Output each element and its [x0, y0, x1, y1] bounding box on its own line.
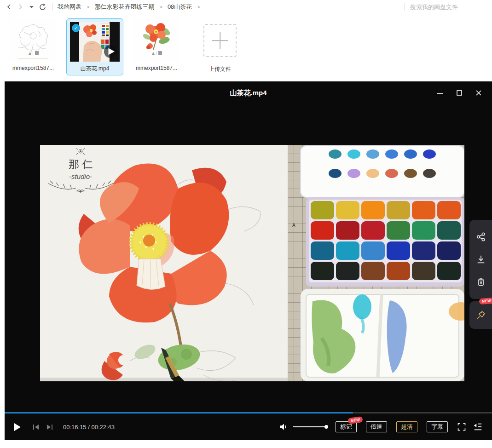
volume-button[interactable]: [279, 423, 289, 431]
netdisk-app-window: 我的网盘 > 那仁水彩花卉团练三期 > 08山茶花 >: [0, 0, 492, 448]
chevron-left-icon: [6, 4, 12, 10]
breadcrumb-separator: >: [159, 4, 162, 10]
file-item-video-selected[interactable]: ✓ 山茶花.mp4: [66, 18, 123, 75]
top-toolbar: 我的网盘 > 那仁水彩花卉团练三期 > 08山茶花 >: [0, 0, 492, 14]
delete-button[interactable]: [475, 276, 486, 287]
fullscreen-icon: [457, 422, 466, 431]
player-controls: 00:16:15 / 00:22:43 标记 NEW 倍速: [5, 414, 492, 440]
volume-slider-handle[interactable]: [324, 425, 328, 429]
file-name: 山茶花.mp4: [81, 65, 110, 73]
svg-text:-studio-: -studio-: [69, 172, 92, 180]
mark-new-badge: NEW: [347, 416, 363, 424]
quality-button[interactable]: 超清: [396, 421, 417, 432]
toolbar-divider: [52, 3, 53, 11]
minimize-button[interactable]: [434, 87, 446, 98]
previous-button[interactable]: [33, 424, 40, 430]
pin-icon: [476, 310, 486, 320]
video-player-window: 山茶花.mp4: [5, 81, 492, 440]
volume-icon: [279, 423, 289, 431]
breadcrumb-root[interactable]: 我的网盘: [58, 3, 81, 11]
back-button[interactable]: [4, 1, 15, 12]
mixing-tray: [301, 289, 464, 381]
time-display: 00:16:15 / 00:22:43: [63, 424, 115, 431]
subtitle-label: 字幕: [431, 423, 443, 430]
upload-file-button[interactable]: 上传文件: [192, 18, 248, 73]
quality-label: 超清: [401, 423, 413, 430]
caret-down-icon: [29, 5, 34, 9]
breadcrumb-separator: >: [87, 4, 89, 10]
playlist-button[interactable]: [473, 422, 483, 432]
close-icon: [475, 90, 482, 96]
sketch-thumbnail-image: [10, 18, 56, 61]
file-grid: mmexport1587...: [6, 18, 248, 75]
file-name: mmexport1587...: [12, 65, 54, 71]
pin-button[interactable]: [475, 310, 486, 321]
refresh-button[interactable]: [37, 1, 48, 12]
painting-thumbnail-image: [133, 18, 179, 61]
download-icon: [476, 254, 486, 264]
history-dropdown[interactable]: [26, 1, 37, 12]
speed-button[interactable]: 倍速: [366, 421, 387, 432]
maximize-button[interactable]: [453, 87, 465, 98]
speed-label: 倍速: [370, 423, 382, 430]
svg-text:那 仁: 那 仁: [69, 158, 93, 170]
play-button[interactable]: [14, 423, 21, 431]
player-title: 山茶花.mp4: [5, 81, 492, 104]
pin-tool-panel: NEW: [469, 301, 492, 329]
palette-lid: [301, 146, 464, 197]
mark-button[interactable]: 标记 NEW: [336, 421, 357, 432]
trash-icon: [476, 277, 486, 287]
breadcrumb: 我的网盘 > 那仁水彩花卉团练三期 > 08山茶花 >: [58, 3, 205, 11]
window-controls: [434, 87, 485, 98]
previous-icon: [33, 424, 40, 430]
breadcrumb-current[interactable]: 08山茶花: [168, 3, 192, 11]
file-item-sketch-image[interactable]: mmexport1587...: [6, 18, 61, 71]
playlist-icon: [473, 422, 483, 432]
share-button[interactable]: [475, 231, 486, 242]
close-button[interactable]: [473, 87, 485, 98]
minimize-icon: [437, 90, 443, 96]
chevron-right-icon: [17, 4, 23, 10]
next-button[interactable]: [46, 424, 53, 430]
paint-palette: [306, 197, 464, 287]
forward-button[interactable]: [15, 1, 26, 12]
breadcrumb-separator: >: [197, 4, 200, 10]
search-box: [399, 3, 492, 11]
paper-mark: A: [292, 223, 295, 228]
file-item-color-image[interactable]: mmexport1587...: [129, 18, 184, 71]
video-canvas[interactable]: 那 仁 -studio-: [40, 145, 464, 381]
search-divider: [404, 3, 405, 11]
volume-control: [279, 423, 326, 431]
upload-label: 上传文件: [209, 65, 231, 73]
next-icon: [46, 424, 53, 430]
subtitle-button[interactable]: 字幕: [427, 421, 448, 432]
pin-new-badge: NEW: [479, 298, 492, 304]
mark-label: 标记: [340, 423, 352, 430]
fullscreen-button[interactable]: [457, 422, 466, 431]
file-name: mmexport1587...: [136, 65, 177, 71]
play-overlay-icon: [104, 45, 117, 58]
search-input[interactable]: [409, 3, 480, 11]
plus-icon: [203, 24, 237, 57]
volume-slider[interactable]: [293, 426, 326, 427]
selected-check-icon[interactable]: ✓: [72, 24, 80, 32]
refresh-icon: [39, 4, 46, 11]
play-icon: [14, 423, 21, 431]
share-icon: [476, 232, 486, 242]
side-tool-panel: [469, 220, 492, 299]
download-button[interactable]: [475, 254, 486, 265]
maximize-icon: [456, 90, 463, 96]
breadcrumb-folder[interactable]: 那仁水彩花卉团练三期: [94, 3, 154, 11]
